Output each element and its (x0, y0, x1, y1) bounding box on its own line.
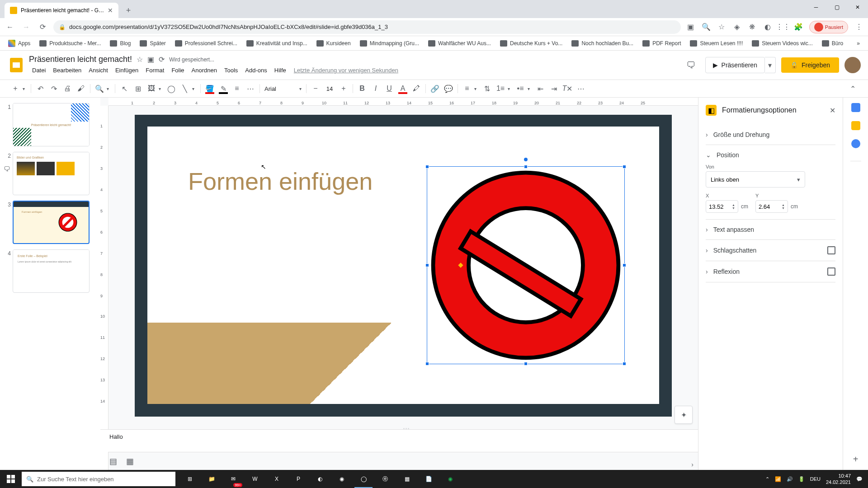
notepad-icon[interactable]: 📄 (418, 470, 439, 488)
window-minimize[interactable]: ─ (806, 0, 826, 14)
link-icon[interactable]: 🔗 (429, 82, 441, 95)
explore-button[interactable]: ✦ (675, 406, 693, 424)
profile-paused[interactable]: Pausiert (809, 21, 848, 33)
x-input[interactable]: 13.52 ▲▼ (706, 200, 738, 213)
position-from-select[interactable]: Links oben ▾ (706, 171, 805, 188)
word-icon[interactable]: W (244, 470, 266, 488)
font-size-input[interactable]: 14 (323, 85, 336, 92)
star-icon[interactable]: ☆ (137, 55, 143, 64)
resize-handle[interactable] (623, 362, 626, 366)
reflection-checkbox[interactable] (827, 267, 835, 276)
shadow-checkbox[interactable] (827, 246, 835, 254)
bookmark-star-icon[interactable]: ☆ (717, 23, 726, 32)
font-select[interactable]: Arial▾ (263, 84, 303, 94)
new-slide-dropdown[interactable]: ▾ (23, 86, 28, 91)
keep-icon[interactable] (851, 121, 860, 130)
window-maximize[interactable]: ▢ (826, 0, 847, 14)
print-icon[interactable]: 🖨 (61, 82, 74, 95)
resize-handle[interactable] (425, 362, 429, 366)
stepper-icon[interactable]: ▲▼ (732, 203, 735, 210)
nav-forward-icon[interactable]: → (21, 22, 32, 33)
app-icon[interactable]: ◐ (309, 470, 331, 488)
zoom-icon[interactable]: 🔍 (702, 23, 711, 32)
menu-ansicht[interactable]: Ansicht (85, 65, 111, 75)
bookmark-item[interactable]: Steuern Videos wic... (748, 38, 816, 48)
indent-increase-icon[interactable]: ⇥ (547, 82, 560, 95)
user-avatar[interactable] (844, 57, 861, 73)
spotify-icon[interactable]: ◉ (439, 470, 461, 488)
comments-icon[interactable]: 🗨 (682, 56, 700, 74)
extensions-icon[interactable]: 🧩 (794, 23, 803, 32)
task-view-icon[interactable]: ⊞ (179, 470, 201, 488)
start-button[interactable] (0, 470, 22, 488)
browser-tab[interactable]: Präsentieren leicht gemacht! - G… ✕ (5, 3, 118, 18)
bookmark-item[interactable]: Büro (818, 38, 847, 48)
bookmark-item[interactable]: Produktsuche - Mer... (36, 38, 104, 48)
menu-addons[interactable]: Add-ons (242, 65, 270, 75)
close-panel-icon[interactable]: ✕ (830, 106, 835, 115)
new-tab-button[interactable]: + (122, 4, 135, 17)
slide-title-text[interactable]: Formen einfügen (188, 167, 373, 195)
excel-icon[interactable]: X (266, 470, 288, 488)
side-panel-toggle-icon[interactable]: › (691, 461, 693, 468)
stepper-icon[interactable]: ▲▼ (782, 203, 785, 210)
edge-icon[interactable]: ⓔ (374, 470, 396, 488)
bookmark-item[interactable]: Blog (106, 38, 134, 48)
bookmark-item[interactable]: Kursideen (313, 38, 354, 48)
shape-icon[interactable]: ◯ (165, 82, 178, 95)
url-bar[interactable]: 🔒 docs.google.com/presentation/d/1yV372S… (53, 20, 681, 34)
font-size-decrease[interactable]: − (309, 82, 322, 95)
selected-shape[interactable] (427, 166, 625, 364)
clear-format-icon[interactable]: T✕ (561, 82, 574, 95)
border-color-icon[interactable]: ✎ (217, 82, 230, 95)
filmstrip-view-icon[interactable]: ▤ (109, 456, 117, 466)
slide-canvas[interactable]: Formen einfügen ↖ (135, 115, 672, 417)
nav-reload-icon[interactable]: ⟳ (37, 22, 48, 33)
text-color-icon[interactable]: A (396, 82, 409, 95)
extension-icon[interactable]: ⋮⋮ (778, 23, 788, 32)
menu-bearbeiten[interactable]: Bearbeiten (50, 65, 85, 75)
select-tool-icon[interactable]: ↖ (118, 82, 131, 95)
menu-datei[interactable]: Datei (29, 65, 49, 75)
y-input[interactable]: 2.64 ▲▼ (755, 200, 788, 213)
bookmark-item[interactable]: Professionell Schrei... (171, 38, 241, 48)
numbered-list-icon[interactable]: 1≡ (494, 82, 507, 95)
section-reflection[interactable]: › Reflexion (706, 267, 835, 276)
bookmark-item[interactable]: Wahlfächer WU Aus... (425, 38, 495, 48)
bookmark-item[interactable]: Mindmapping (Gru... (356, 38, 423, 48)
horizontal-ruler[interactable]: 1234567891011121314151617181920212223242… (108, 98, 698, 106)
font-size-increase[interactable]: + (337, 82, 350, 95)
tab-close-icon[interactable]: ✕ (108, 7, 113, 14)
slides-logo-icon[interactable] (7, 56, 25, 74)
indent-decrease-icon[interactable]: ⇤ (534, 82, 547, 95)
slide-thumbnail-3[interactable]: Formen einfügen (13, 201, 90, 244)
fill-color-icon[interactable]: 🪣 (203, 82, 216, 95)
comment-icon[interactable]: 💬 (442, 82, 455, 95)
undo-icon[interactable]: ↶ (34, 82, 47, 95)
section-position[interactable]: ⌄ Position (706, 151, 835, 159)
menu-hilfe[interactable]: Hilfe (271, 65, 289, 75)
bold-icon[interactable]: B (356, 82, 368, 95)
bookmark-item[interactable]: Deutsche Kurs + Vo... (496, 38, 566, 48)
new-slide-button[interactable]: + (9, 82, 22, 95)
image-icon[interactable]: 🖼 (145, 82, 158, 95)
textbox-icon[interactable]: ⊞ (132, 82, 144, 95)
slide-thumbnail-4[interactable]: Erste Folie – BeispielLorem ipsum dolor … (13, 249, 90, 293)
more-icon[interactable]: ⋯ (575, 82, 587, 95)
camera-icon[interactable]: ▣ (686, 23, 695, 32)
tasks-icon[interactable] (851, 139, 860, 148)
menu-anordnen[interactable]: Anordnen (189, 65, 220, 75)
share-button[interactable]: 🔒 Freigeben (781, 57, 839, 73)
bookmark-item[interactable]: Steuern Lesen !!!! (686, 38, 746, 48)
redo-icon[interactable]: ↷ (47, 82, 60, 95)
tray-expand-icon[interactable]: ⌃ (765, 476, 769, 482)
bookmark-item[interactable]: Kreativität und Insp... (243, 38, 311, 48)
slide-thumbnail-1[interactable]: Präsentieren leicht gemacht! (13, 103, 90, 146)
calendar-icon[interactable] (851, 103, 860, 112)
chrome-icon[interactable]: ◯ (353, 470, 374, 488)
obs-icon[interactable]: ◉ (331, 470, 353, 488)
resize-handle[interactable] (425, 263, 429, 267)
slide-thumbnail-2[interactable]: Bilder und Grafiken (13, 152, 90, 195)
bookmark-apps[interactable]: Apps (5, 38, 34, 49)
line-icon[interactable]: ╲ (179, 82, 191, 95)
